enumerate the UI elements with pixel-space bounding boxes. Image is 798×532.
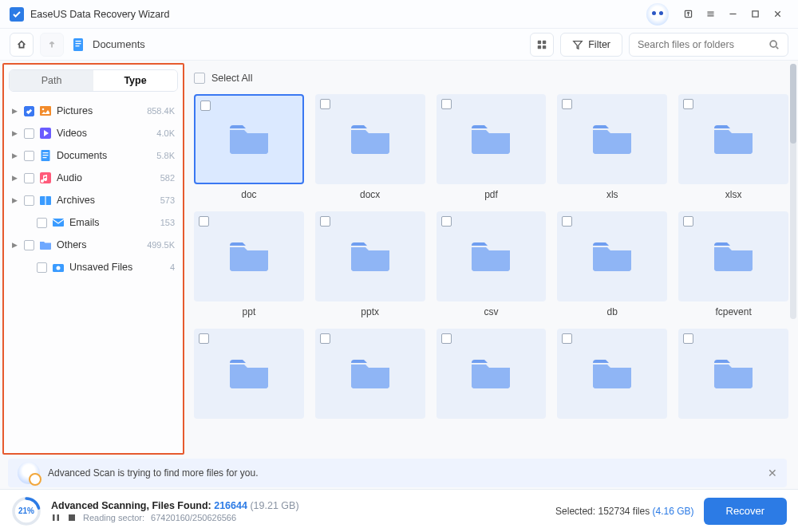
maximize-button[interactable] — [744, 3, 766, 26]
card-checkbox[interactable] — [562, 99, 572, 109]
card-label: fcpevent — [715, 306, 751, 317]
app-title: EaseUS Data Recovery Wizard — [30, 9, 169, 20]
folder-card[interactable]: docx — [315, 94, 425, 200]
folder-card[interactable]: xlsx — [678, 94, 788, 200]
pause-button[interactable] — [51, 513, 61, 522]
checkbox[interactable] — [24, 106, 34, 116]
home-button[interactable] — [10, 33, 34, 57]
tree-item-archives[interactable]: ▶Archives573 — [7, 189, 180, 211]
card-checkbox[interactable] — [320, 333, 330, 344]
tree-item-count: 4 — [170, 262, 175, 272]
share-button[interactable] — [677, 3, 699, 26]
tree-item-label: Audio — [57, 172, 156, 183]
card-checkbox[interactable] — [683, 99, 693, 109]
folder-card[interactable] — [315, 329, 425, 424]
svg-rect-30 — [351, 250, 389, 271]
mascot-search-icon — [18, 462, 40, 484]
card-label: pptx — [361, 306, 379, 317]
filter-label: Filter — [588, 39, 610, 50]
tree-item-pictures[interactable]: ▶Pictures858.4K — [7, 100, 180, 122]
search-box[interactable] — [629, 33, 788, 57]
svg-rect-15 — [43, 152, 49, 153]
card-checkbox[interactable] — [320, 99, 330, 109]
folder-card[interactable]: pptx — [315, 211, 425, 317]
close-button[interactable] — [766, 3, 788, 26]
checkbox[interactable] — [37, 262, 47, 273]
mail-icon — [51, 215, 65, 230]
folder-card[interactable]: db — [557, 211, 667, 317]
app-logo-icon — [10, 7, 24, 22]
recover-button[interactable]: Recover — [704, 498, 787, 525]
card-checkbox[interactable] — [683, 216, 693, 227]
card-checkbox[interactable] — [199, 216, 209, 227]
svg-rect-6 — [538, 40, 541, 43]
checkbox[interactable] — [24, 173, 34, 183]
toolbar: Documents Filter — [0, 29, 798, 61]
tree-item-others[interactable]: ▶Others499.5K — [7, 234, 180, 256]
card-label: ppt — [243, 306, 256, 317]
folder-card[interactable]: doc — [194, 94, 304, 200]
folder-card[interactable]: xls — [557, 94, 667, 200]
card-checkbox[interactable] — [683, 333, 693, 344]
tab-path[interactable]: Path — [10, 70, 93, 91]
card-checkbox[interactable] — [441, 333, 452, 344]
card-checkbox[interactable] — [320, 216, 330, 227]
tree-item-count: 582 — [160, 173, 175, 183]
chevron-right-icon: ▶ — [12, 174, 20, 182]
tree-item-count: 153 — [160, 218, 175, 227]
card-checkbox[interactable] — [199, 333, 209, 344]
music-icon — [38, 171, 53, 185]
svg-rect-28 — [714, 133, 753, 154]
breadcrumb[interactable]: Documents — [93, 38, 145, 50]
image-icon — [38, 104, 53, 118]
svg-rect-16 — [43, 155, 49, 156]
status-bar: 21% Advanced Scanning, Files Found: 2166… — [0, 489, 798, 532]
folder-card[interactable] — [557, 329, 667, 424]
card-label: xlsx — [725, 189, 742, 200]
folder-card[interactable] — [678, 329, 788, 424]
folder-card[interactable] — [194, 329, 304, 424]
card-checkbox[interactable] — [200, 100, 211, 111]
select-all-checkbox[interactable] — [194, 73, 205, 84]
folder-card[interactable]: csv — [437, 211, 547, 317]
menu-button[interactable] — [699, 3, 721, 26]
search-icon — [768, 39, 780, 50]
checkbox[interactable] — [24, 195, 34, 206]
tree-item-documents[interactable]: ▶Documents5.8K — [7, 144, 180, 167]
card-checkbox[interactable] — [562, 216, 572, 227]
folder-card[interactable] — [437, 329, 547, 424]
notice-close-button[interactable]: ✕ — [768, 467, 777, 479]
card-label: doc — [241, 189, 256, 200]
folder-card[interactable]: fcpevent — [678, 211, 788, 317]
folder-card[interactable]: ppt — [194, 211, 304, 317]
tree-item-unsaved-files[interactable]: Unsaved Files4 — [7, 256, 180, 278]
stop-button[interactable] — [67, 513, 77, 522]
card-checkbox[interactable] — [441, 216, 452, 227]
filter-button[interactable]: Filter — [560, 33, 622, 57]
titlebar: EaseUS Data Recovery Wizard — [0, 0, 798, 29]
folder-card[interactable]: pdf — [437, 94, 547, 200]
checkbox[interactable] — [24, 151, 34, 161]
minimize-button[interactable] — [721, 3, 744, 26]
tree-item-videos[interactable]: ▶Videos4.0K — [7, 122, 180, 144]
tab-type[interactable]: Type — [93, 70, 177, 91]
status-headline: Advanced Scanning, Files Found: — [51, 500, 211, 511]
card-checkbox[interactable] — [562, 333, 572, 344]
svg-rect-8 — [538, 45, 541, 48]
search-input[interactable] — [638, 39, 768, 50]
select-all-row[interactable]: Select All — [194, 69, 788, 88]
sidebar: Path Type ▶Pictures858.4K▶Videos4.0K▶Doc… — [2, 63, 184, 455]
card-checkbox[interactable] — [441, 99, 452, 109]
tree-item-audio[interactable]: ▶Audio582 — [7, 167, 180, 189]
checkbox[interactable] — [24, 240, 34, 250]
checkbox[interactable] — [24, 128, 34, 139]
main: Path Type ▶Pictures858.4K▶Videos4.0K▶Doc… — [0, 61, 798, 457]
vertical-scrollbar[interactable] — [790, 64, 796, 319]
svg-rect-26 — [472, 133, 510, 154]
tree-item-emails[interactable]: Emails153 — [7, 211, 180, 234]
content-area: Select All docdocxpdfxlsxlsxpptpptxcsvdb… — [188, 61, 798, 457]
up-button[interactable] — [40, 33, 64, 57]
checkbox[interactable] — [37, 218, 47, 228]
grid-view-button[interactable] — [530, 33, 554, 57]
tree-item-count: 499.5K — [147, 240, 175, 250]
